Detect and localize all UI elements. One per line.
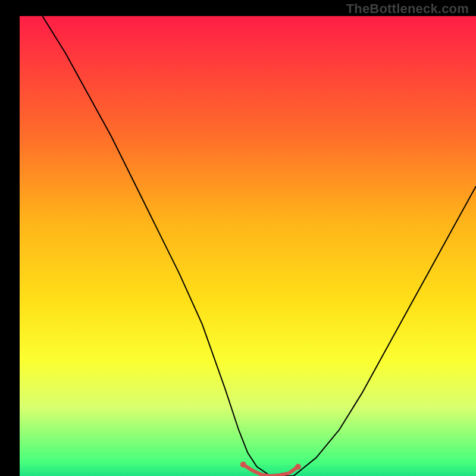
sweet-spot-endpoint [295,464,301,470]
chart-frame: TheBottleneck.com [0,0,476,476]
bottleneck-chart [0,0,476,476]
chart-background [20,16,476,476]
sweet-spot-endpoint [240,462,246,468]
watermark-text: TheBottleneck.com [346,1,469,17]
